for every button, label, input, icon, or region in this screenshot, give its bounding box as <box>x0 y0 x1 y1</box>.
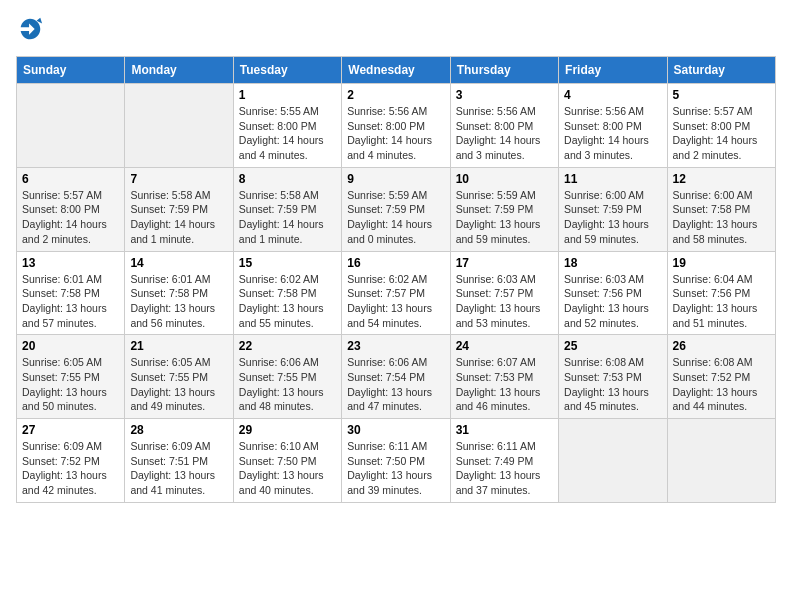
day-info: Sunrise: 6:11 AM Sunset: 7:49 PM Dayligh… <box>456 439 553 498</box>
calendar-cell: 13Sunrise: 6:01 AM Sunset: 7:58 PM Dayli… <box>17 251 125 335</box>
day-info: Sunrise: 6:05 AM Sunset: 7:55 PM Dayligh… <box>22 355 119 414</box>
calendar-cell: 11Sunrise: 6:00 AM Sunset: 7:59 PM Dayli… <box>559 167 667 251</box>
day-number: 12 <box>673 172 770 186</box>
calendar-cell: 4Sunrise: 5:56 AM Sunset: 8:00 PM Daylig… <box>559 84 667 168</box>
weekday-header-sunday: Sunday <box>17 57 125 84</box>
day-info: Sunrise: 6:06 AM Sunset: 7:54 PM Dayligh… <box>347 355 444 414</box>
calendar-week-4: 20Sunrise: 6:05 AM Sunset: 7:55 PM Dayli… <box>17 335 776 419</box>
day-info: Sunrise: 6:09 AM Sunset: 7:52 PM Dayligh… <box>22 439 119 498</box>
day-info: Sunrise: 6:09 AM Sunset: 7:51 PM Dayligh… <box>130 439 227 498</box>
day-info: Sunrise: 5:59 AM Sunset: 7:59 PM Dayligh… <box>456 188 553 247</box>
day-number: 1 <box>239 88 336 102</box>
day-number: 15 <box>239 256 336 270</box>
day-number: 24 <box>456 339 553 353</box>
calendar-week-3: 13Sunrise: 6:01 AM Sunset: 7:58 PM Dayli… <box>17 251 776 335</box>
calendar-cell: 30Sunrise: 6:11 AM Sunset: 7:50 PM Dayli… <box>342 419 450 503</box>
day-number: 9 <box>347 172 444 186</box>
day-number: 4 <box>564 88 661 102</box>
calendar-cell: 7Sunrise: 5:58 AM Sunset: 7:59 PM Daylig… <box>125 167 233 251</box>
calendar-cell: 14Sunrise: 6:01 AM Sunset: 7:58 PM Dayli… <box>125 251 233 335</box>
day-info: Sunrise: 6:04 AM Sunset: 7:56 PM Dayligh… <box>673 272 770 331</box>
logo <box>16 16 48 44</box>
day-info: Sunrise: 5:58 AM Sunset: 7:59 PM Dayligh… <box>239 188 336 247</box>
day-number: 30 <box>347 423 444 437</box>
day-info: Sunrise: 6:02 AM Sunset: 7:57 PM Dayligh… <box>347 272 444 331</box>
day-number: 10 <box>456 172 553 186</box>
calendar-table: SundayMondayTuesdayWednesdayThursdayFrid… <box>16 56 776 503</box>
weekday-header-thursday: Thursday <box>450 57 558 84</box>
calendar-cell: 10Sunrise: 5:59 AM Sunset: 7:59 PM Dayli… <box>450 167 558 251</box>
day-info: Sunrise: 6:01 AM Sunset: 7:58 PM Dayligh… <box>22 272 119 331</box>
calendar-cell: 31Sunrise: 6:11 AM Sunset: 7:49 PM Dayli… <box>450 419 558 503</box>
calendar-cell: 5Sunrise: 5:57 AM Sunset: 8:00 PM Daylig… <box>667 84 775 168</box>
day-number: 7 <box>130 172 227 186</box>
calendar-cell <box>667 419 775 503</box>
day-info: Sunrise: 6:00 AM Sunset: 7:59 PM Dayligh… <box>564 188 661 247</box>
calendar-cell: 25Sunrise: 6:08 AM Sunset: 7:53 PM Dayli… <box>559 335 667 419</box>
day-info: Sunrise: 6:08 AM Sunset: 7:52 PM Dayligh… <box>673 355 770 414</box>
weekday-header-friday: Friday <box>559 57 667 84</box>
day-info: Sunrise: 6:11 AM Sunset: 7:50 PM Dayligh… <box>347 439 444 498</box>
weekday-header-tuesday: Tuesday <box>233 57 341 84</box>
day-number: 26 <box>673 339 770 353</box>
day-number: 18 <box>564 256 661 270</box>
day-number: 29 <box>239 423 336 437</box>
day-number: 31 <box>456 423 553 437</box>
calendar-cell: 15Sunrise: 6:02 AM Sunset: 7:58 PM Dayli… <box>233 251 341 335</box>
calendar-cell: 20Sunrise: 6:05 AM Sunset: 7:55 PM Dayli… <box>17 335 125 419</box>
day-number: 23 <box>347 339 444 353</box>
calendar-body: 1Sunrise: 5:55 AM Sunset: 8:00 PM Daylig… <box>17 84 776 503</box>
day-number: 22 <box>239 339 336 353</box>
calendar-cell: 24Sunrise: 6:07 AM Sunset: 7:53 PM Dayli… <box>450 335 558 419</box>
day-number: 3 <box>456 88 553 102</box>
day-info: Sunrise: 6:08 AM Sunset: 7:53 PM Dayligh… <box>564 355 661 414</box>
day-number: 28 <box>130 423 227 437</box>
calendar-cell: 16Sunrise: 6:02 AM Sunset: 7:57 PM Dayli… <box>342 251 450 335</box>
day-number: 27 <box>22 423 119 437</box>
calendar-week-1: 1Sunrise: 5:55 AM Sunset: 8:00 PM Daylig… <box>17 84 776 168</box>
calendar-cell: 29Sunrise: 6:10 AM Sunset: 7:50 PM Dayli… <box>233 419 341 503</box>
calendar-cell: 3Sunrise: 5:56 AM Sunset: 8:00 PM Daylig… <box>450 84 558 168</box>
day-number: 17 <box>456 256 553 270</box>
calendar-cell: 2Sunrise: 5:56 AM Sunset: 8:00 PM Daylig… <box>342 84 450 168</box>
calendar-cell: 23Sunrise: 6:06 AM Sunset: 7:54 PM Dayli… <box>342 335 450 419</box>
calendar-cell: 17Sunrise: 6:03 AM Sunset: 7:57 PM Dayli… <box>450 251 558 335</box>
calendar-cell: 18Sunrise: 6:03 AM Sunset: 7:56 PM Dayli… <box>559 251 667 335</box>
day-info: Sunrise: 5:58 AM Sunset: 7:59 PM Dayligh… <box>130 188 227 247</box>
day-info: Sunrise: 5:56 AM Sunset: 8:00 PM Dayligh… <box>347 104 444 163</box>
day-info: Sunrise: 6:02 AM Sunset: 7:58 PM Dayligh… <box>239 272 336 331</box>
calendar-cell: 27Sunrise: 6:09 AM Sunset: 7:52 PM Dayli… <box>17 419 125 503</box>
day-number: 20 <box>22 339 119 353</box>
weekday-header-saturday: Saturday <box>667 57 775 84</box>
day-number: 16 <box>347 256 444 270</box>
day-info: Sunrise: 6:01 AM Sunset: 7:58 PM Dayligh… <box>130 272 227 331</box>
calendar-cell: 1Sunrise: 5:55 AM Sunset: 8:00 PM Daylig… <box>233 84 341 168</box>
day-number: 25 <box>564 339 661 353</box>
calendar-cell <box>17 84 125 168</box>
day-number: 14 <box>130 256 227 270</box>
day-info: Sunrise: 6:05 AM Sunset: 7:55 PM Dayligh… <box>130 355 227 414</box>
day-info: Sunrise: 5:57 AM Sunset: 8:00 PM Dayligh… <box>22 188 119 247</box>
day-info: Sunrise: 6:06 AM Sunset: 7:55 PM Dayligh… <box>239 355 336 414</box>
day-info: Sunrise: 5:55 AM Sunset: 8:00 PM Dayligh… <box>239 104 336 163</box>
weekday-header-monday: Monday <box>125 57 233 84</box>
calendar-week-5: 27Sunrise: 6:09 AM Sunset: 7:52 PM Dayli… <box>17 419 776 503</box>
day-info: Sunrise: 6:03 AM Sunset: 7:56 PM Dayligh… <box>564 272 661 331</box>
calendar-cell: 22Sunrise: 6:06 AM Sunset: 7:55 PM Dayli… <box>233 335 341 419</box>
day-info: Sunrise: 5:56 AM Sunset: 8:00 PM Dayligh… <box>456 104 553 163</box>
calendar-week-2: 6Sunrise: 5:57 AM Sunset: 8:00 PM Daylig… <box>17 167 776 251</box>
calendar-cell <box>559 419 667 503</box>
day-info: Sunrise: 6:07 AM Sunset: 7:53 PM Dayligh… <box>456 355 553 414</box>
day-info: Sunrise: 6:03 AM Sunset: 7:57 PM Dayligh… <box>456 272 553 331</box>
day-number: 21 <box>130 339 227 353</box>
day-info: Sunrise: 6:10 AM Sunset: 7:50 PM Dayligh… <box>239 439 336 498</box>
day-number: 19 <box>673 256 770 270</box>
day-number: 11 <box>564 172 661 186</box>
calendar-cell: 9Sunrise: 5:59 AM Sunset: 7:59 PM Daylig… <box>342 167 450 251</box>
day-info: Sunrise: 5:56 AM Sunset: 8:00 PM Dayligh… <box>564 104 661 163</box>
calendar-cell: 12Sunrise: 6:00 AM Sunset: 7:58 PM Dayli… <box>667 167 775 251</box>
day-number: 8 <box>239 172 336 186</box>
logo-icon <box>16 16 44 44</box>
calendar-cell: 6Sunrise: 5:57 AM Sunset: 8:00 PM Daylig… <box>17 167 125 251</box>
weekday-header-wednesday: Wednesday <box>342 57 450 84</box>
